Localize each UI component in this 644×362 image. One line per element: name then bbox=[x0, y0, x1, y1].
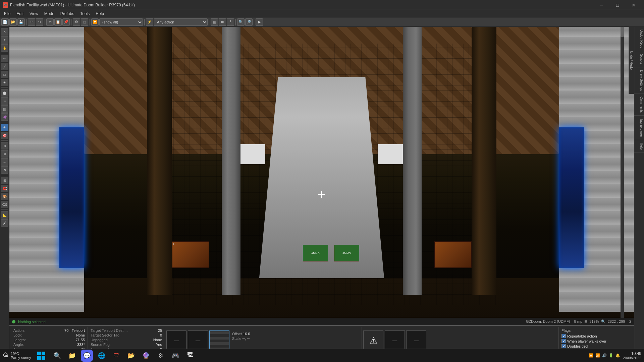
angle-label: Angle: bbox=[13, 343, 24, 347]
back-tex-middle[interactable]: ─ bbox=[385, 330, 405, 351]
status-bar: Nothing selected. GZDoom: Doom 2 (UDMF) … bbox=[9, 318, 634, 325]
files-taskbar-btn[interactable]: 📂 bbox=[125, 350, 137, 362]
save-button[interactable]: 💾 bbox=[17, 18, 25, 26]
pan-tool[interactable]: ✋ bbox=[1, 44, 8, 52]
start-button[interactable] bbox=[34, 350, 49, 361]
menu-prefabs[interactable]: Prefabs bbox=[58, 11, 77, 17]
undo-redo-tab[interactable]: Undo / Redo bbox=[629, 27, 634, 94]
pillar-4 bbox=[403, 27, 422, 295]
3d-mode-btn[interactable]: 👁 bbox=[1, 124, 8, 131]
thing-tool[interactable]: ★ bbox=[1, 79, 8, 86]
target-sector-tag-value: 0 bbox=[160, 333, 162, 337]
back-tex-lower[interactable]: ─ bbox=[406, 330, 426, 351]
search-taskbar-btn[interactable]: 🔍 bbox=[51, 350, 63, 362]
gz-zoom: 319% bbox=[589, 319, 599, 323]
menu-view[interactable]: View bbox=[27, 11, 41, 17]
doublesided-checkbox[interactable]: ✓ bbox=[561, 344, 566, 348]
weather-info: 🌤 19°C Partly sunny bbox=[3, 352, 31, 360]
grid-btn1[interactable]: ▦ bbox=[211, 18, 218, 26]
sector-mode-button[interactable]: □ bbox=[81, 18, 88, 26]
copy-tex-tool[interactable]: 📐 bbox=[1, 211, 8, 219]
edge-taskbar-btn[interactable]: 🌐 bbox=[96, 350, 108, 362]
sep7 bbox=[235, 19, 236, 25]
vertex-mode[interactable]: ⬤ bbox=[1, 89, 8, 97]
things-mode-button[interactable]: ⚙ bbox=[73, 18, 80, 26]
zoom-in[interactable]: 🔎 bbox=[245, 18, 253, 26]
grid-tool[interactable]: ⊞ bbox=[1, 177, 8, 184]
gz-coords: 2822 , 299 bbox=[608, 319, 625, 323]
repeatable-checkbox[interactable]: ✓ bbox=[561, 334, 566, 338]
front-tex-lower[interactable] bbox=[209, 330, 229, 351]
redo-button[interactable]: ↪ bbox=[36, 18, 43, 26]
sector-mode[interactable]: ▦ bbox=[1, 105, 8, 113]
eraser-tool[interactable]: ⌫ bbox=[1, 201, 8, 208]
undo-button[interactable]: ↩ bbox=[28, 18, 35, 26]
clock[interactable]: 10:49 20/08/2022 bbox=[623, 351, 641, 360]
filter-dropdown[interactable]: (show all) bbox=[99, 18, 143, 26]
paste-button[interactable]: 📌 bbox=[62, 18, 70, 26]
select-tool[interactable]: ↖ bbox=[1, 28, 8, 36]
draw-tool[interactable]: ✏ bbox=[1, 55, 8, 62]
cut-button[interactable]: ✂ bbox=[46, 18, 54, 26]
new-button[interactable]: 📄 bbox=[1, 18, 9, 26]
app1-btn[interactable]: ⚙ bbox=[155, 350, 167, 362]
menu-file[interactable]: File bbox=[1, 11, 13, 17]
menu-help[interactable]: Help bbox=[93, 11, 107, 17]
scroll-bar[interactable] bbox=[621, 27, 624, 325]
copy-button[interactable]: 📋 bbox=[54, 18, 62, 26]
notification-icon: 🔔 bbox=[615, 353, 620, 358]
merge-tool[interactable]: ⊕ bbox=[1, 142, 8, 149]
front-tex-middle[interactable]: ─ bbox=[188, 330, 208, 351]
maximize-button[interactable]: □ bbox=[610, 0, 625, 10]
discord-taskbar-btn[interactable]: 💬 bbox=[81, 350, 93, 362]
paint-tool[interactable]: 🎨 bbox=[1, 193, 8, 200]
volume-icon: 🔊 bbox=[602, 353, 607, 358]
tab-help[interactable]: Help bbox=[634, 140, 644, 153]
offset-value: 16.0 bbox=[243, 332, 250, 336]
tab-tag-explorer[interactable]: Tag Explorer bbox=[634, 116, 644, 140]
grid-btn3[interactable]: ⋮ bbox=[227, 18, 234, 26]
thing-mode[interactable]: 👾 bbox=[1, 113, 8, 121]
minimize-button[interactable]: ─ bbox=[594, 0, 609, 10]
viewport[interactable]: + + AMMO AMMO Undo / Redo Linedef 1756 bbox=[9, 27, 634, 362]
action-value: 70 - Teleport bbox=[64, 328, 85, 333]
action-dropdown[interactable]: Any action bbox=[154, 18, 208, 26]
tab-undo-redo[interactable]: Undo / Redo bbox=[634, 27, 644, 51]
menu-tools[interactable]: Tools bbox=[77, 11, 92, 17]
open-button[interactable]: 📂 bbox=[9, 18, 17, 26]
browser-ext-btn[interactable]: 🔮 bbox=[140, 350, 152, 362]
visual-mode[interactable]: 🎯 bbox=[1, 132, 8, 139]
file-explorer-taskbar-btn[interactable]: 📁 bbox=[66, 350, 78, 362]
status-text: Nothing selected. bbox=[18, 320, 47, 324]
app3-btn[interactable]: 🏗 bbox=[184, 350, 196, 362]
split-tool[interactable]: ⊗ bbox=[1, 150, 8, 158]
svg-rect-3 bbox=[42, 356, 45, 360]
paste-tex-tool[interactable]: 🖌 bbox=[1, 219, 8, 227]
line-tool[interactable]: ╱ bbox=[1, 63, 8, 70]
menu-edit[interactable]: Edit bbox=[14, 11, 26, 17]
rotate-tool[interactable]: ↻ bbox=[1, 166, 8, 174]
run-button[interactable]: ▶ bbox=[256, 18, 263, 26]
tab-comments[interactable]: Comments bbox=[634, 94, 644, 116]
tab-draw-settings[interactable]: Draw Settings bbox=[634, 67, 644, 94]
menu-mode[interactable]: Mode bbox=[42, 11, 57, 17]
antivirus-taskbar-btn[interactable]: 🛡 bbox=[110, 350, 122, 362]
player-walks-checkbox[interactable]: ✓ bbox=[561, 339, 566, 343]
snap-tool[interactable]: 🧲 bbox=[1, 185, 8, 192]
angle-value: 333° bbox=[77, 343, 85, 347]
grid-btn2[interactable]: ⊞ bbox=[219, 18, 226, 26]
scroll-thumb[interactable] bbox=[621, 27, 624, 37]
front-tex-upper[interactable]: ─ bbox=[166, 330, 186, 351]
app2-btn[interactable]: 🎮 bbox=[169, 350, 181, 362]
flag-player-walks: ✓ When player walks over bbox=[561, 339, 630, 343]
linedef-mode[interactable]: ━ bbox=[1, 97, 8, 105]
pillar-2 bbox=[222, 27, 240, 295]
lt-sep6 bbox=[1, 209, 8, 210]
sector-tool[interactable]: □ bbox=[1, 71, 8, 78]
close-button[interactable]: ✕ bbox=[626, 0, 641, 10]
zoom-tool[interactable]: ⌖ bbox=[1, 36, 8, 44]
svg-rect-1 bbox=[42, 352, 45, 355]
zoom-out[interactable]: 🔍 bbox=[237, 18, 245, 26]
tab-scripts[interactable]: Scripts bbox=[634, 51, 644, 67]
flip-tool[interactable]: ↔ bbox=[1, 158, 8, 166]
